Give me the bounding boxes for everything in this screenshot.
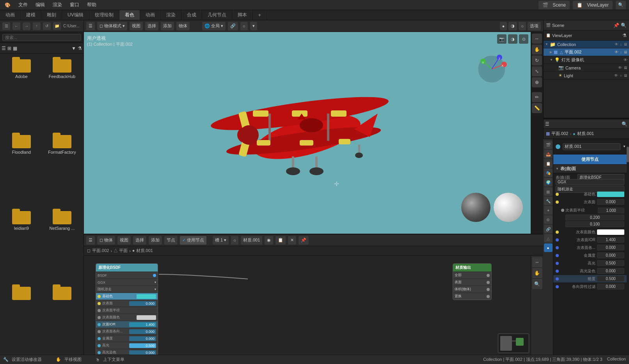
outliner-search-btn[interactable]: 🔍 (621, 23, 627, 28)
use-nodes-toggle[interactable]: ✓ 使用节点 (180, 236, 206, 245)
move-btn[interactable]: ✋ (532, 44, 542, 55)
world-props-tab[interactable]: 🌍 (544, 178, 553, 186)
light-viewport-ctrl[interactable]: 🖥 (624, 73, 627, 78)
sub-radius-g[interactable]: 0.200 (565, 215, 624, 220)
select-icon[interactable]: ↓ (620, 42, 622, 46)
measure-btn[interactable]: 📏 (532, 103, 542, 113)
viewlayer-filter[interactable]: ⚗ (622, 33, 627, 38)
props-scrollbar-thumb[interactable] (627, 147, 629, 162)
view-mode-grid[interactable]: ⊞ (7, 46, 11, 51)
shader-view-menu[interactable]: 视图 (117, 236, 131, 245)
filter-toggle[interactable]: ▼ (71, 46, 76, 51)
mode-selector[interactable]: ◻ 物体模式 ▾ (97, 22, 127, 30)
folder-formatfactory[interactable]: FormatFactory (44, 133, 80, 204)
global-mode[interactable]: 🌐 全局 ▾ (202, 22, 226, 30)
toggle-viewport-sidebar[interactable]: ☰ (86, 22, 95, 30)
tab-uv[interactable]: UV编辑 (62, 10, 89, 20)
menu-edit[interactable]: 编辑 (34, 1, 46, 9)
material-selector[interactable]: 材质.001 (241, 236, 262, 245)
search-btn[interactable]: 🔍 (616, 1, 626, 9)
material-browse[interactable]: ◉ (265, 236, 273, 245)
folder-adobe[interactable]: Adobe (3, 57, 40, 129)
shader-object-mode[interactable]: ◻ 物体 (97, 236, 115, 245)
tab-sculpting[interactable]: 雕刻 (41, 10, 62, 20)
shader-tool-2[interactable]: ✋ (532, 268, 542, 278)
overlays-btn[interactable]: ⊙ (519, 34, 528, 44)
outliner-lights-group[interactable]: ▼ 💡 灯光 摄像机 👁 (544, 56, 629, 64)
mat-browse[interactable]: ▼ (623, 145, 626, 148)
viewport-shading-solid[interactable]: ● (500, 22, 507, 30)
tab-rendering[interactable]: 渲染 (161, 10, 181, 20)
bookmark-btn[interactable]: 📁 (53, 22, 61, 30)
proportional-mode[interactable]: ▾ (250, 22, 257, 30)
node-graph[interactable]: 原理化BSDF BSDF GGX ▾ 随机游走 ▾ (84, 256, 531, 355)
proportional-edit[interactable]: ○ (240, 22, 248, 30)
plane-viewport[interactable]: 🖥 (624, 50, 627, 54)
add-menu[interactable]: 添加 (161, 22, 174, 30)
sub-misc-value[interactable]: 0.000 (597, 245, 624, 250)
3d-viewport[interactable]: 用户透视 (1) Collection | 平面.002 (84, 32, 531, 234)
tab-animation[interactable]: 动画 (0, 10, 21, 20)
material-props-tab[interactable]: ● (544, 243, 553, 252)
light-select-ctrl[interactable]: ○ (620, 73, 622, 78)
props-editor-type[interactable]: ☰ (545, 121, 549, 127)
folder-floodland[interactable]: Floodland (3, 133, 40, 204)
material-name-input[interactable] (563, 143, 620, 150)
props-search[interactable]: 🔍 (622, 121, 627, 127)
rotate-btn[interactable]: ↻ (532, 55, 542, 66)
tab-modeling[interactable]: 建模 (21, 10, 41, 20)
filter-btn[interactable]: ⚗ (78, 46, 82, 51)
folder-leidian9[interactable]: leidian9 (3, 209, 40, 281)
particles-props-tab[interactable]: ✦ (544, 206, 553, 215)
folder-unknown1[interactable] (3, 284, 40, 352)
snap-btn[interactable]: 🔗 (228, 22, 238, 30)
menu-file[interactable]: 文件 (17, 1, 29, 9)
shader-tool-3[interactable]: 🔍 (532, 279, 542, 289)
select-menu[interactable]: 选择 (145, 22, 158, 30)
tab-add[interactable]: + (253, 10, 267, 20)
node-bsdf[interactable]: 原理化BSDF BSDF GGX ▾ 随机游走 ▾ (96, 263, 158, 355)
viewport-shading-render[interactable]: ○ (519, 22, 526, 30)
view-mode-list[interactable]: ☰ (2, 46, 6, 51)
viewport-shading-mat[interactable]: ◑ (508, 22, 517, 30)
light-visible[interactable]: 👁 (614, 73, 618, 78)
hide-viewport-icon[interactable]: 🖥 (624, 42, 627, 46)
annotate-btn[interactable]: ✏ (532, 92, 542, 102)
folder-unknown2[interactable] (44, 284, 80, 352)
menu-window[interactable]: 窗口 (68, 1, 81, 9)
sub-radius-r[interactable]: 1.000 (598, 208, 624, 213)
shader-editor-type[interactable]: ☰ (86, 236, 95, 245)
outliner-camera[interactable]: ▶ 📷 Camera 👁 🖥 (544, 64, 629, 72)
plane-select[interactable]: ↓ (620, 50, 622, 54)
tab-compositing[interactable]: 合成 (181, 10, 202, 20)
object-menu[interactable]: 物体 (176, 22, 190, 30)
spec-tint-value[interactable]: 0.000 (597, 268, 624, 274)
up-btn[interactable]: ↑ (33, 22, 41, 30)
aniso-filter-value[interactable]: 0.000 (597, 284, 624, 289)
shader-content[interactable]: 原理化BSDF BSDF GGX ▾ 随机游走 ▾ (84, 256, 543, 355)
shader-node-menu[interactable]: 节点 (164, 236, 178, 245)
camera-view-btn[interactable]: 📷 (497, 34, 506, 44)
tab-animation2[interactable]: 动画 (140, 10, 161, 20)
modifiers-props-tab[interactable]: 🔧 (544, 197, 553, 205)
base-color-swatch[interactable] (597, 192, 624, 197)
toggle-nav[interactable]: ← (12, 22, 20, 30)
navigate-btn[interactable]: ↔ (532, 34, 542, 44)
constraints-props-tab[interactable]: 🔗 (544, 225, 553, 233)
pin-outliner[interactable]: 📌 (613, 23, 619, 28)
folder-feedbackhub[interactable]: FeedbackHub (44, 57, 80, 129)
camera-visible[interactable]: 👁 (618, 66, 622, 70)
sub-ior-value[interactable]: 1.400 (597, 237, 624, 243)
view-menu[interactable]: 视图 (130, 22, 143, 30)
overlay-btn[interactable]: 选项 (528, 22, 541, 30)
shader-tool-1[interactable]: ↔ (532, 257, 542, 267)
object-props-tab[interactable]: ▦ (544, 187, 553, 196)
distribution-dropdown[interactable]: GGX (556, 179, 624, 185)
shader-add-menu[interactable]: 添加 (149, 236, 162, 245)
forward-btn[interactable]: → (23, 22, 30, 30)
lights-visible[interactable]: 👁 (624, 58, 627, 62)
render-props-tab[interactable]: 🎬 (544, 140, 553, 149)
surface-section-header[interactable]: ▼ 表(曲)面 (553, 165, 627, 173)
refresh-btn[interactable]: ↺ (43, 22, 51, 30)
file-search-input[interactable] (2, 34, 81, 41)
